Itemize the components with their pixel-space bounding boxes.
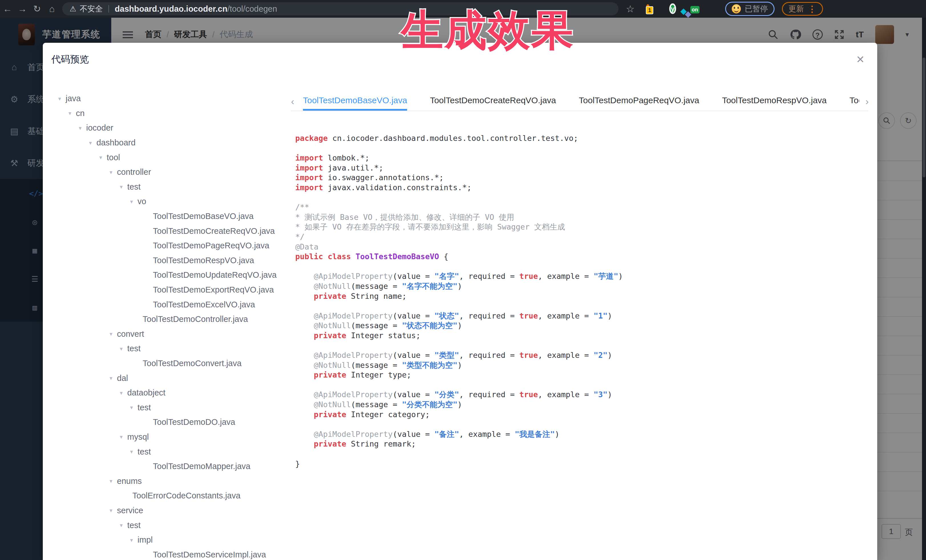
- reload-icon[interactable]: ↻: [30, 3, 44, 14]
- scrollbar-thumb[interactable]: [923, 57, 925, 177]
- caret-down-icon[interactable]: ▾: [109, 169, 112, 176]
- tree-node-ToolTestDemoBaseVO.java[interactable]: ToolTestDemoBaseVO.java: [51, 209, 285, 224]
- tree-node-vo[interactable]: ▾vo: [51, 194, 285, 209]
- tree-node-dataobject[interactable]: ▾dataobject: [51, 385, 285, 400]
- tree-node-test[interactable]: ▾test: [51, 180, 285, 195]
- tree-node-impl[interactable]: ▾impl: [51, 533, 285, 548]
- code-line: import io.swagger.annotations.*;: [295, 173, 623, 183]
- tab-ToolTestDemoUpdateReqVO.java[interactable]: ToolTestDemoUpdateReqVO.java: [850, 92, 859, 109]
- code-line: [295, 262, 623, 272]
- forward-icon[interactable]: →: [15, 4, 30, 14]
- tree-node-dal[interactable]: ▾dal: [51, 371, 285, 385]
- tree-node-ToolTestDemoDO.java[interactable]: ToolTestDemoDO.java: [51, 415, 285, 430]
- tree-node-controller[interactable]: ▾controller: [51, 165, 285, 180]
- tree-node-ToolTestDemoExcelVO.java[interactable]: ToolTestDemoExcelVO.java: [51, 297, 285, 312]
- tree-node-java[interactable]: ▾java: [51, 91, 285, 106]
- caret-down-icon[interactable]: ▾: [79, 125, 82, 131]
- tree-node-label: test: [138, 403, 151, 412]
- caret-down-icon[interactable]: ▾: [120, 183, 123, 190]
- caret-down-icon[interactable]: ▾: [120, 433, 123, 440]
- code-line: [295, 380, 623, 390]
- tree-node-label: java: [66, 94, 81, 103]
- caret-down-icon[interactable]: ▾: [68, 110, 71, 116]
- code-line: @ApiModelProperty(value = "类型", required…: [295, 350, 623, 361]
- profile-paused-chip[interactable]: 已暂停: [725, 2, 775, 16]
- extension-ubuntu-icon[interactable]: 1: [646, 6, 650, 11]
- page-scrollbar[interactable]: [922, 18, 926, 560]
- caret-down-icon[interactable]: ▾: [120, 522, 123, 528]
- tabs-next-icon[interactable]: ›: [865, 96, 869, 107]
- caret-down-icon[interactable]: ▾: [109, 478, 112, 485]
- tree-node-label: service: [117, 506, 143, 515]
- close-icon[interactable]: ✕: [856, 54, 865, 66]
- caret-down-icon[interactable]: ▾: [120, 345, 123, 352]
- tree-node-dashboard[interactable]: ▾dashboard: [51, 136, 285, 150]
- home-icon[interactable]: ⌂: [44, 4, 59, 14]
- tree-node-label: tool: [107, 153, 120, 162]
- chrome-update-button[interactable]: 更新 ⋮: [782, 2, 823, 16]
- back-icon[interactable]: ←: [0, 4, 15, 14]
- browser-menu-icon[interactable]: ⋮: [808, 4, 817, 14]
- tree-node-test[interactable]: ▾test: [51, 518, 285, 533]
- tree-node-test[interactable]: ▾test: [51, 341, 285, 356]
- code-viewer[interactable]: package cn.iocoder.dashboard.modules.too…: [295, 133, 623, 469]
- emoji-face-icon: [732, 4, 741, 14]
- tree-node-label: dal: [117, 374, 128, 383]
- caret-down-icon[interactable]: ▾: [99, 154, 102, 161]
- tree-node-label: controller: [117, 168, 151, 177]
- bookmark-star-icon[interactable]: ☆: [626, 3, 634, 15]
- tab-ToolTestDemoPageReqVO.java[interactable]: ToolTestDemoPageReqVO.java: [579, 92, 699, 109]
- tree-node-label: ToolTestDemoMapper.java: [153, 462, 250, 471]
- tree-node-label: ToolTestDemoBaseVO.java: [153, 211, 254, 221]
- tree-node-iocoder[interactable]: ▾iocoder: [51, 121, 285, 136]
- tree-node-enums[interactable]: ▾enums: [51, 474, 285, 488]
- not-secure-label[interactable]: 不安全: [80, 4, 103, 14]
- tree-node-label: test: [138, 447, 151, 456]
- caret-down-icon[interactable]: ▾: [130, 404, 133, 411]
- tree-node-tool[interactable]: ▾tool: [51, 150, 285, 165]
- extension-y-icon[interactable]: y: [669, 3, 676, 15]
- code-line: /**: [295, 202, 623, 213]
- tabs-prev-icon[interactable]: ‹: [291, 96, 294, 107]
- code-line: @Data: [295, 242, 623, 252]
- tree-node-label: ToolTestDemoExportReqVO.java: [153, 285, 274, 294]
- tree-node-label: dataobject: [127, 388, 165, 397]
- tree-node-test[interactable]: ▾test: [51, 400, 285, 415]
- tree-node-convert[interactable]: ▾convert: [51, 327, 285, 341]
- tree-node-ToolTestDemoPageReqVO.java[interactable]: ToolTestDemoPageReqVO.java: [51, 238, 285, 253]
- tab-ToolTestDemoRespVO.java[interactable]: ToolTestDemoRespVO.java: [722, 92, 827, 109]
- caret-down-icon[interactable]: ▾: [130, 537, 133, 543]
- caret-down-icon[interactable]: ▾: [109, 375, 112, 382]
- tabs-strip: ToolTestDemoBaseVO.javaToolTestDemoCreat…: [303, 92, 859, 111]
- tree-node-label: dashboard: [97, 138, 136, 147]
- tree-node-ToolTestDemoServiceImpl.java[interactable]: ToolTestDemoServiceImpl.java: [51, 547, 285, 560]
- tab-ToolTestDemoBaseVO.java[interactable]: ToolTestDemoBaseVO.java: [303, 92, 407, 111]
- caret-down-icon[interactable]: ▾: [109, 331, 112, 337]
- caret-down-icon[interactable]: ▾: [130, 198, 133, 205]
- code-line: @NotNull(message = "类型不能为空"): [295, 361, 623, 370]
- url-path: /tool/codegen: [227, 4, 277, 14]
- caret-down-icon[interactable]: ▾: [109, 507, 112, 514]
- caret-down-icon[interactable]: ▾: [58, 95, 61, 102]
- caret-down-icon[interactable]: ▾: [120, 389, 123, 396]
- tree-node-ToolTestDemoRespVO.java[interactable]: ToolTestDemoRespVO.java: [51, 253, 285, 268]
- code-line: private String name;: [295, 291, 623, 301]
- tab-ToolTestDemoCreateReqVO.java[interactable]: ToolTestDemoCreateReqVO.java: [430, 92, 556, 109]
- code-line: @NotNull(message = "状态不能为空"): [295, 321, 623, 331]
- tree-node-service[interactable]: ▾service: [51, 503, 285, 518]
- caret-down-icon[interactable]: ▾: [130, 448, 133, 455]
- tree-node-cn[interactable]: ▾cn: [51, 106, 285, 121]
- tree-node-ToolErrorCodeConstants.java[interactable]: ToolErrorCodeConstants.java: [51, 488, 285, 503]
- code-line: @NotNull(message = "名字不能为空"): [295, 281, 623, 291]
- tree-node-ToolTestDemoExportReqVO.java[interactable]: ToolTestDemoExportReqVO.java: [51, 282, 285, 297]
- code-line: [295, 420, 623, 429]
- tree-node-test[interactable]: ▾test: [51, 444, 285, 459]
- tree-node-mysql[interactable]: ▾mysql: [51, 430, 285, 445]
- tree-node-ToolTestDemoMapper.java[interactable]: ToolTestDemoMapper.java: [51, 459, 285, 474]
- code-line: private Integer status;: [295, 331, 623, 341]
- tree-node-ToolTestDemoController.java[interactable]: ToolTestDemoController.java: [51, 312, 285, 327]
- caret-down-icon[interactable]: ▾: [89, 139, 92, 146]
- tree-node-ToolTestDemoUpdateReqVO.java[interactable]: ToolTestDemoUpdateReqVO.java: [51, 268, 285, 282]
- tree-node-ToolTestDemoConvert.java[interactable]: ToolTestDemoConvert.java: [51, 356, 285, 371]
- tree-node-ToolTestDemoCreateReqVO.java[interactable]: ToolTestDemoCreateReqVO.java: [51, 223, 285, 238]
